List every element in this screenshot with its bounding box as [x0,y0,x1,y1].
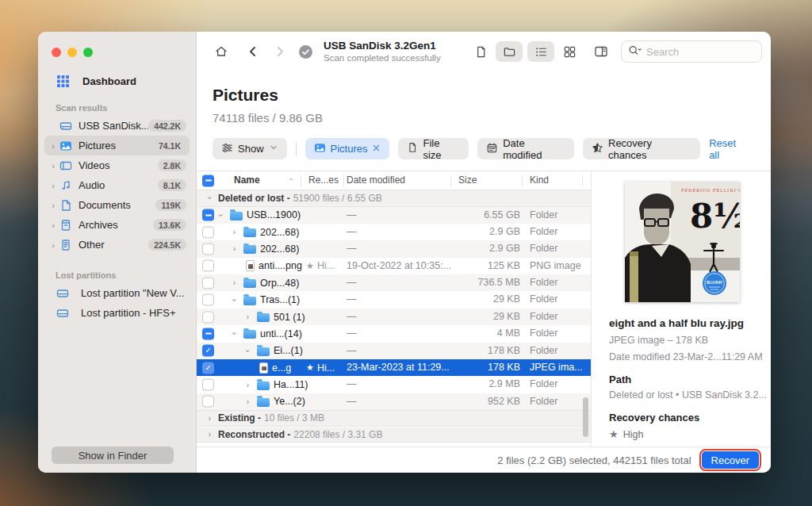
table-row[interactable]: Orp...48) —736.5 MBFolder [197,274,591,291]
column-recovery[interactable]: Re...es [308,174,339,186]
date-modified-filter-button[interactable]: Date modified [477,138,574,159]
select-all-checkbox[interactable] [202,174,214,186]
search-field[interactable] [621,40,762,63]
table-row[interactable]: Ei...(1) —178 KBFolder [197,343,591,359]
close-window-button[interactable] [52,48,61,57]
group-row-reconstructed[interactable]: Reconstructed - 22208 files / 3.31 GB [197,427,591,443]
table-row[interactable]: unti...(14) —4 MBFolder [197,325,591,342]
archives-icon [59,219,73,232]
sidebar-item-lost-partition-2[interactable]: Lost partition - HFS+ [56,303,190,323]
pictures-icon [59,140,73,152]
chevron-right-icon[interactable] [48,240,59,250]
sidebar-item-audio[interactable]: Audio 8.1K [44,175,190,195]
table-row-selected[interactable]: e...g ★Hi... 23-Mar-2023 at 11:29...178 … [197,359,591,376]
grid-view-button[interactable] [559,41,580,62]
divider [296,142,297,156]
chevron-down-icon[interactable] [229,296,239,305]
chevron-right-icon[interactable] [229,228,239,236]
recover-button[interactable]: Recover [702,451,759,469]
sidebar-item-archives[interactable]: Archives 13.6K [44,215,190,235]
selection-summary: 2 files (2.2 GB) selected, 442151 files … [497,454,691,466]
table-row[interactable]: Tras...(1) —29 KBFolder [197,291,591,308]
preview-date-modified: Date modified 23-Mar-2...11:29 AM [609,351,755,362]
chevron-right-icon[interactable] [243,381,253,389]
folder-icon [257,398,270,407]
home-button[interactable] [211,41,232,62]
table-header: Name › Re...es Date modified Size Kind [197,171,591,190]
sidebar-item-pictures[interactable]: Pictures 74.1K [44,136,190,155]
star-icon: ★ [306,261,314,271]
show-in-finder-button[interactable]: Show in Finder [52,447,174,464]
file-list: Name › Re...es Date modified Size Kind D… [197,171,591,447]
group-row-deleted[interactable]: Deleted or lost - 51900 files / 6.55 GB [197,190,591,207]
close-icon[interactable] [372,143,381,155]
drive-icon [59,120,73,132]
videos-icon [59,159,73,172]
poster-badge-text: BLU-RAY [706,281,722,285]
table-row[interactable]: USB...1900) —6.55 GBFolder [197,207,591,224]
chevron-right-icon[interactable] [48,181,59,190]
chevron-right-icon[interactable] [229,278,239,287]
chevron-right-icon[interactable] [243,312,253,321]
search-icon [628,44,642,59]
chevron-right-icon[interactable] [205,430,215,439]
chevron-right-icon[interactable] [205,414,215,423]
sidebar-item-usb-drive[interactable]: USB SanDisk... 442.2K [44,116,190,136]
sliders-icon [221,142,233,156]
table-row[interactable]: 202...68) —2.9 GBFolder [197,224,591,240]
back-button[interactable] [243,41,263,62]
folder-icon [257,381,270,390]
chevron-right-icon[interactable] [48,141,59,151]
forward-button[interactable] [270,41,290,62]
table-row[interactable]: anti....png ★Hi... 19-Oct-2022 at 10:35:… [197,258,591,274]
chevron-right-icon[interactable] [48,220,59,230]
chevron-right-icon[interactable] [48,161,59,171]
column-size[interactable]: Size [458,174,477,186]
chevron-down-icon[interactable] [229,329,239,338]
search-input[interactable] [646,46,733,58]
table-row[interactable]: Ha...11) —2.9 MBFolder [197,376,591,393]
table-row[interactable]: 202...68) —2.9 GBFolder [197,240,591,257]
pictures-icon [314,142,326,156]
chevron-right-icon[interactable] [243,397,253,406]
sidebar-item-videos[interactable]: Videos 2.8K [44,155,190,175]
column-name[interactable]: Name [234,174,260,186]
folder-view-button[interactable] [496,41,523,62]
scan-status: Scan completed successfully [324,53,441,63]
chevron-right-icon[interactable] [229,244,239,253]
show-filter-button[interactable]: Show [213,138,287,159]
file-view-button[interactable] [470,41,491,62]
table-row[interactable]: Ye...(2) —952 KBFolder [197,393,591,410]
count-badge: 224.5K [148,239,186,251]
zoom-window-button[interactable] [83,48,93,57]
calendar-icon [486,142,498,156]
preview-panel-toggle-button[interactable] [591,41,611,62]
sidebar-item-dashboard[interactable]: Dashboard [56,75,190,87]
column-kind[interactable]: Kind [530,174,549,186]
chevron-down-icon[interactable] [205,194,215,202]
recovery-chances-filter-button[interactable]: Recovery chances [583,138,700,159]
table-row[interactable]: 501 (1) —29 KBFolder [197,309,591,325]
sidebar-item-lost-partition-1[interactable]: Lost partition "New V... [56,283,190,303]
group-row-existing[interactable]: Existing - 10 files / 3 MB [197,410,591,427]
pictures-filter-chip[interactable]: Pictures [305,138,390,159]
reset-all-link[interactable]: Reset all [709,137,749,161]
chevron-down-icon[interactable] [243,347,253,355]
toolbar: USB SanDisk 3.2Gen1 Scan completed succe… [197,32,771,71]
folder-icon [230,212,243,220]
file-size-filter-button[interactable]: File size [398,138,469,159]
scrollbar-thumb[interactable] [583,397,588,437]
sidebar-item-documents[interactable]: Documents 119K [44,195,190,215]
sidebar-item-other[interactable]: Other 224.5K [44,235,190,255]
chevron-down-icon [269,143,278,155]
documents-icon [59,199,73,212]
main-area: USB SanDisk 3.2Gen1 Scan completed succe… [197,32,771,473]
count-badge: 8.1K [158,179,186,191]
column-date-modified[interactable]: Date modified [347,174,405,186]
minimize-window-button[interactable] [67,48,77,57]
drive-icon [56,307,70,320]
scan-complete-check-icon [295,41,316,62]
chevron-down-icon[interactable] [216,211,226,220]
list-view-button[interactable] [527,41,554,62]
chevron-right-icon[interactable] [48,201,59,210]
